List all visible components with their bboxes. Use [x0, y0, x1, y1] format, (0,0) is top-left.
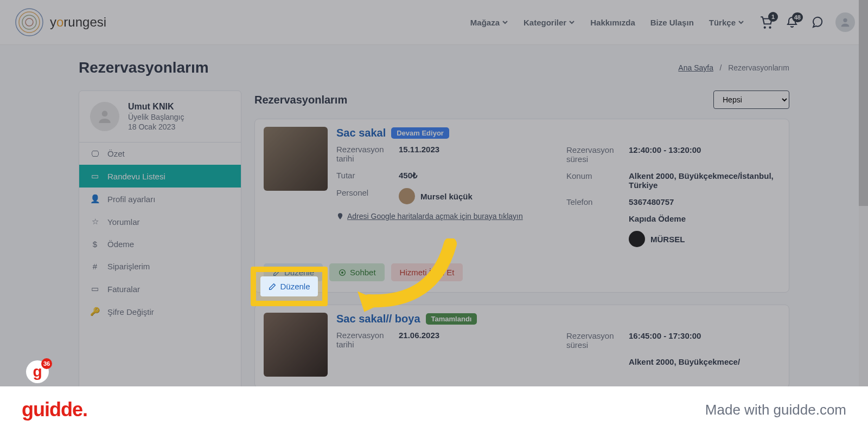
logo[interactable]: yorungesi: [13, 6, 106, 38]
sidebar: Umut KNIK Üyelik Başlangıç 18 Ocak 2023 …: [79, 91, 241, 400]
content-title: Rezervasyonlarım: [254, 94, 347, 106]
key-icon: 🔑: [90, 307, 100, 316]
main: Umut KNIK Üyelik Başlangıç 18 Ocak 2023 …: [0, 85, 868, 400]
sidebar-item-orders[interactable]: #Siparişlerim: [79, 255, 241, 277]
reservation-title: Sac sakal: [336, 127, 386, 139]
sidebar-item-label: Randevu Listesi: [107, 172, 165, 181]
chevron-down-icon: [569, 19, 575, 25]
svg-point-3: [25, 18, 33, 26]
cart-badge: 1: [768, 12, 778, 22]
svg-point-0: [16, 9, 43, 36]
filter-select[interactable]: Hepsi: [713, 91, 789, 109]
content-head: Rezervasyonlarım Hepsi: [254, 91, 789, 109]
logo-swirl-icon: [13, 6, 46, 38]
date-value: 15.11.2023: [399, 145, 439, 163]
chat-icon[interactable]: [810, 16, 824, 29]
pin-icon: [336, 212, 344, 220]
sidebar-avatar: [90, 102, 119, 131]
chevron-down-icon: [502, 19, 508, 25]
sidebar-item-label: Faturalar: [107, 285, 140, 294]
reservation-card: Sac sakal Devam Ediyor Rezervasyon tarih…: [254, 119, 789, 293]
status-badge: Tamamlandı: [426, 313, 477, 325]
sidebar-item-label: Ödeme: [107, 240, 134, 249]
cancel-button[interactable]: Hizmeti İptal Et: [391, 263, 463, 281]
sidebar-item-reviews[interactable]: ☆Yorumlar: [79, 210, 241, 233]
main-nav: Mağaza Kategoriler Hakkımızda Bize Ulaşı…: [470, 18, 744, 27]
guidde-bar: guidde. Made with guidde.com: [0, 386, 868, 433]
reservation-image: [264, 127, 328, 191]
amount-value: 450₺: [399, 171, 418, 180]
content: Rezervasyonlarım Hepsi Sac sakal Devam E…: [254, 91, 789, 400]
sidebar-item-label: Siparişlerim: [107, 262, 150, 271]
shop-avatar: [629, 231, 645, 247]
sidebar-item-label: Özet: [107, 149, 125, 158]
duration-value: 16:45:00 - 17:30:00: [629, 331, 701, 350]
svg-point-7: [341, 272, 343, 274]
staff-value: Mursel küçük: [399, 188, 473, 204]
sidebar-item-password[interactable]: 🔑Şifre Değiştir: [79, 300, 241, 323]
sidebar-membership-date: 18 Ocak 2023: [128, 122, 184, 131]
reservation-actions: Düzenle Sohbet Hizmeti İptal Et: [264, 263, 780, 281]
breadcrumb: Ana Sayfa / Rezervasyonlarım: [678, 63, 789, 72]
sidebar-item-summary[interactable]: 🖵Özet: [79, 143, 241, 165]
guidde-made: Made with guidde.com: [705, 402, 846, 418]
svg-point-2: [22, 15, 36, 29]
phone-value: 5367480757: [629, 197, 674, 206]
breadcrumb-sep: /: [716, 63, 726, 72]
monitor-icon: 🖵: [90, 149, 100, 158]
payment-value: Kapıda Ödeme: [629, 214, 686, 223]
guidde-icon: g 36: [26, 360, 49, 383]
reservation-card: Sac sakal// boya Tamamlandı Rezervasyon …: [254, 305, 789, 388]
user-icon: 👤: [90, 194, 100, 204]
guidde-float-badge: 36: [41, 358, 52, 369]
location-value: Alkent 2000, Büyükçekmece/: [629, 357, 740, 366]
phone-label: Telefon: [566, 197, 629, 206]
reservation-image: [264, 313, 328, 377]
svg-point-5: [102, 111, 108, 117]
user-avatar[interactable]: [835, 12, 855, 32]
edit-icon: [268, 282, 277, 291]
sidebar-item-payment[interactable]: $Ödeme: [79, 233, 241, 255]
staff-label: Personel: [336, 188, 399, 204]
sidebar-item-label: Yorumlar: [107, 217, 139, 227]
staff-avatar: [399, 188, 415, 204]
breadcrumb-current: Rezervasyonlarım: [728, 63, 789, 72]
nav-lang[interactable]: Türkçe: [709, 18, 744, 27]
sidebar-item-appointments[interactable]: ▭Randevu Listesi: [79, 165, 241, 188]
guidde-float[interactable]: g 36: [26, 360, 49, 383]
nav-categories[interactable]: Kategoriler: [524, 18, 575, 27]
chevron-down-icon: [738, 19, 744, 25]
nav-contact[interactable]: Bize Ulaşın: [650, 18, 694, 27]
nav-store[interactable]: Mağaza: [470, 18, 508, 27]
nav-about[interactable]: Hakkımızda: [590, 18, 635, 27]
header-icons: 1 48: [760, 12, 855, 32]
user-icon: [96, 108, 113, 125]
calendar-icon: ▭: [90, 171, 100, 181]
sidebar-membership-label: Üyelik Başlangıç: [128, 113, 184, 121]
calendar-icon: ▭: [90, 284, 100, 294]
reservation-title: Sac sakal// boya: [336, 313, 420, 325]
sidebar-item-label: Profil ayarları: [107, 195, 155, 204]
map-link[interactable]: Adresi Google haritalarda açmak için bur…: [336, 212, 553, 221]
page-header: Rezervasyonlarım Ana Sayfa / Rezervasyon…: [0, 45, 868, 85]
chat-button[interactable]: Sohbet: [329, 263, 385, 281]
breadcrumb-home[interactable]: Ana Sayfa: [678, 63, 713, 72]
shop-value: MÜRSEL: [629, 231, 685, 247]
star-icon: ☆: [90, 217, 100, 227]
edit-icon: [272, 268, 281, 277]
scrollbar[interactable]: [859, 0, 868, 433]
svg-point-4: [843, 18, 847, 22]
location-label: Konum: [566, 171, 629, 190]
date-value: 21.06.2023: [399, 331, 439, 349]
date-label: Rezervasyon tarihi: [336, 145, 399, 163]
scrollbar-thumb[interactable]: [859, 0, 868, 206]
sidebar-item-invoices[interactable]: ▭Faturalar: [79, 277, 241, 300]
sidebar-item-profile[interactable]: 👤Profil ayarları: [79, 188, 241, 210]
guidde-logo: guidde.: [22, 398, 87, 421]
annotation-button-replica: Düzenle: [260, 276, 318, 296]
bell-icon[interactable]: 48: [786, 16, 799, 29]
bell-badge: 48: [792, 12, 803, 22]
page-title: Rezervasyonlarım: [79, 59, 209, 76]
cart-icon[interactable]: 1: [760, 15, 774, 29]
eye-icon: [338, 268, 347, 277]
